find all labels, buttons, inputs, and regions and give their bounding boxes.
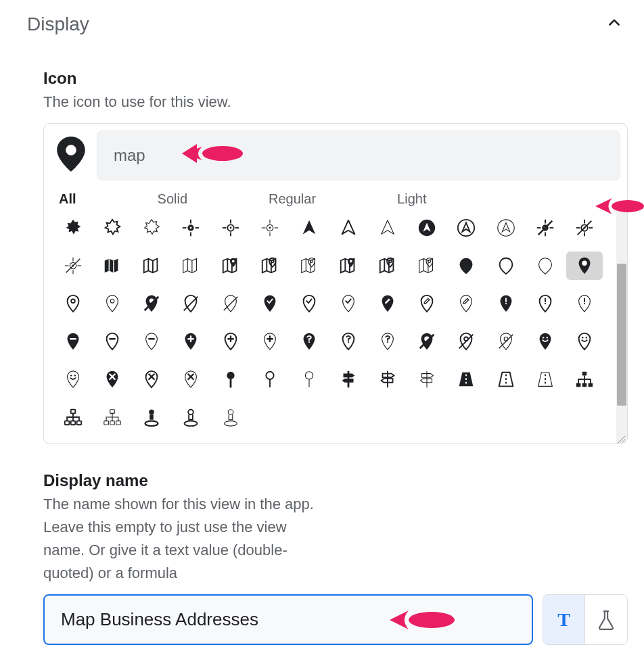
icon-option-road-solid[interactable] [448, 365, 484, 393]
icon-option-map-fold-regular[interactable] [133, 251, 170, 280]
icon-option-crosshair-slash-light[interactable] [55, 251, 91, 280]
icon-option-crosshair-light[interactable] [252, 214, 288, 242]
svg-point-109 [227, 372, 234, 379]
icon-option-map-pin-exclaim-solid[interactable] [488, 289, 524, 318]
icon-option-map-fold-solid[interactable] [94, 251, 131, 280]
tab-all[interactable]: All [59, 191, 76, 207]
icon-option-map-marker-slash-regular[interactable] [448, 327, 484, 356]
icon-option-map-pin-exclaim-regular[interactable] [527, 289, 564, 318]
icon-option-map-fold-marker-solid[interactable] [212, 251, 249, 280]
icon-option-sitemap-light[interactable] [94, 403, 131, 431]
icon-option-map-pin-x-regular[interactable] [133, 365, 170, 393]
icon-option-arrow-nav-circle-regular[interactable] [448, 214, 484, 242]
icon-option-pushpin-regular[interactable] [252, 365, 288, 393]
icon-option-map-pin-question-regular[interactable] [330, 327, 367, 356]
mode-formula-button[interactable] [585, 595, 627, 644]
icon-option-map-fold-marker-light[interactable] [291, 251, 327, 280]
icon-option-map-marker-solid[interactable] [566, 251, 603, 280]
icon-option-arrow-nav-light[interactable] [369, 214, 406, 242]
collapse-chevron-icon[interactable] [607, 16, 628, 33]
icon-option-street-view-solid[interactable] [133, 403, 170, 431]
icon-option-sitemap-regular[interactable] [55, 403, 91, 431]
icon-option-road-light[interactable] [527, 365, 564, 393]
svg-point-12 [229, 227, 231, 229]
icon-option-map-pin-minus-solid[interactable] [55, 327, 91, 356]
icon-option-map-pin-minus-regular[interactable] [94, 327, 131, 356]
icon-option-map-pin-drop-solid[interactable] [448, 251, 484, 280]
mode-text-button[interactable]: T [543, 595, 585, 644]
svg-point-100 [585, 337, 586, 338]
icon-option-road-regular[interactable] [488, 365, 524, 393]
icon-option-pushpin-solid[interactable] [212, 365, 249, 393]
icon-option-map-pin-light[interactable] [94, 289, 131, 318]
icon-option-map-pin-question-light[interactable] [369, 327, 406, 356]
icon-option-map-pin-exclaim-light[interactable] [566, 289, 603, 318]
icon-option-map-pin-plus-light[interactable] [252, 327, 288, 356]
tab-light[interactable]: Light [397, 191, 426, 207]
icon-option-map-pin-minus-light[interactable] [133, 327, 170, 356]
tab-regular[interactable]: Regular [269, 191, 316, 207]
icon-option-map-pin-drop-regular[interactable] [488, 251, 524, 280]
svg-rect-128 [77, 421, 82, 425]
icon-option-pushpin-light[interactable] [291, 365, 327, 393]
svg-point-111 [266, 372, 273, 379]
svg-point-67 [582, 261, 587, 266]
icon-option-map-marker-slash-solid[interactable] [409, 327, 445, 356]
icon-option-crosshair-slash-solid[interactable] [527, 214, 564, 242]
icon-option-map-fold-marker-regular[interactable] [252, 251, 288, 280]
icon-option-signpost-light[interactable] [409, 365, 445, 393]
resize-handle-icon[interactable] [616, 434, 626, 443]
icon-option-map-pin-check-light[interactable] [330, 289, 367, 318]
icon-option-signpost-solid[interactable] [330, 365, 367, 393]
svg-rect-130 [104, 421, 109, 425]
icon-option-map-pin-smile-regular[interactable] [566, 327, 603, 356]
icon-option-map-pin-edit-solid[interactable] [369, 289, 406, 318]
svg-rect-125 [71, 410, 76, 414]
tab-solid[interactable]: Solid [158, 191, 187, 207]
icon-option-arrow-nav-regular[interactable] [330, 214, 367, 242]
icon-option-leaf-outline[interactable] [94, 214, 131, 242]
icon-option-map-fold-light[interactable] [172, 251, 209, 280]
svg-point-51 [231, 260, 234, 263]
icon-option-map-pin-smile-light[interactable] [55, 365, 91, 393]
icon-option-leaf-light[interactable] [133, 214, 170, 242]
icon-option-map-pin-edit-regular[interactable] [409, 289, 445, 318]
icon-option-map-pin-plus-regular[interactable] [212, 327, 249, 356]
icon-option-crosshair-slash-regular[interactable] [566, 214, 603, 242]
icon-option-map-pin-plus-solid[interactable] [172, 327, 209, 356]
icon-option-street-view-light[interactable] [212, 403, 249, 431]
svg-point-99 [582, 337, 583, 338]
icon-option-arrow-nav-circle-solid[interactable] [409, 214, 445, 242]
icon-option-street-view-regular[interactable] [172, 403, 209, 431]
icon-option-map-pin-edit-light[interactable] [448, 289, 484, 318]
icon-option-crosshair-solid[interactable] [172, 214, 209, 242]
icon-option-arrow-nav-solid[interactable] [291, 214, 327, 242]
icon-option-map-pin-check-solid[interactable] [252, 289, 288, 318]
icon-option-map-pin-x-light[interactable] [172, 365, 209, 393]
icon-search-input[interactable] [97, 130, 620, 181]
svg-point-101 [70, 375, 72, 376]
icon-option-map-pin-question-solid[interactable] [291, 327, 327, 356]
icon-option-map-pin-slash-light[interactable] [212, 289, 249, 318]
icon-option-map-pin-smile-solid[interactable] [527, 327, 564, 356]
icon-option-map-fold-marker2-regular[interactable] [369, 251, 406, 280]
icon-option-map-fold-marker2-solid[interactable] [330, 251, 367, 280]
icon-option-crosshair-regular[interactable] [212, 214, 249, 242]
icon-option-arrow-nav-circle-light[interactable] [488, 214, 524, 242]
icon-option-map-marker-slash-light[interactable] [488, 327, 524, 356]
icon-option-map-fold-marker2-light[interactable] [409, 251, 445, 280]
svg-point-74 [505, 303, 506, 304]
icon-option-map-pin-drop-light[interactable] [527, 251, 564, 280]
icon-option-map-pin-slash-regular[interactable] [172, 289, 209, 318]
svg-line-140 [622, 439, 625, 443]
icon-grid-scrollbar[interactable] [616, 210, 627, 443]
icon-option-leaf-solid[interactable] [55, 214, 91, 242]
display-name-input[interactable] [43, 594, 533, 645]
icon-option-map-pin-x-solid[interactable] [94, 365, 131, 393]
icon-option-signpost-regular[interactable] [369, 365, 406, 393]
icon-option-map-pin-slash-solid[interactable] [133, 289, 170, 318]
icon-option-map-pin-outline[interactable] [55, 289, 91, 318]
icon-option-sitemap-solid[interactable] [566, 365, 603, 393]
svg-rect-123 [582, 383, 587, 387]
icon-option-map-pin-check-regular[interactable] [291, 289, 327, 318]
